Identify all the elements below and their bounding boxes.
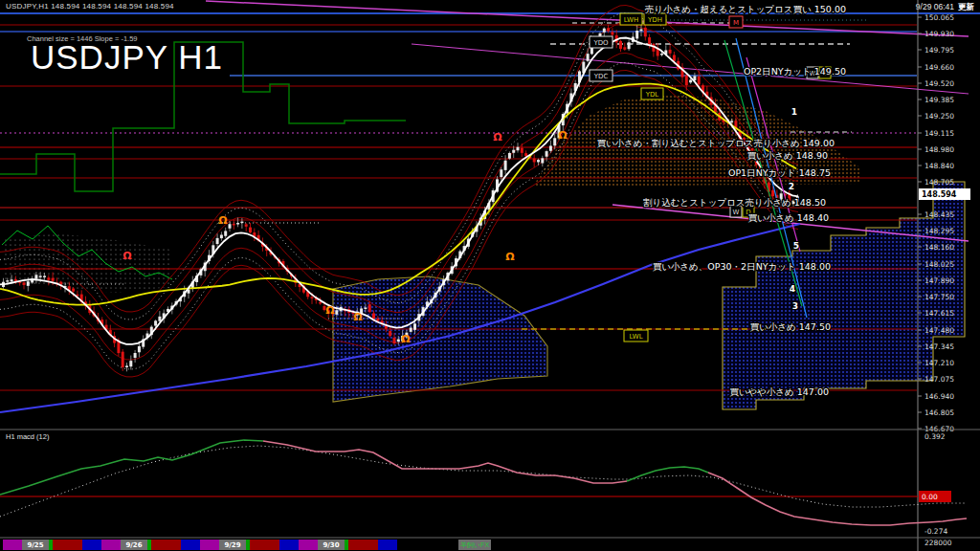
omega-marker: Ω [325,304,335,317]
axis-tick-label: 149.660 [924,63,954,72]
candle [500,169,502,177]
order-annotation: 買い小さめ 148.40 [748,212,829,223]
candle [72,289,75,292]
candle [640,30,643,32]
candle [685,76,688,86]
candle [533,158,536,162]
axis-tick-label: 146.940 [924,392,954,401]
axis-tick-label: 147.750 [924,293,954,301]
candle [524,153,527,156]
axis-tick-label: 148.295 [924,227,954,235]
candle [138,346,141,352]
axis-tick-label: 147.210 [924,359,954,367]
candle [372,314,375,320]
omega-marker: Ω [122,250,132,262]
marker-box-label: YDH [647,16,662,24]
candle [220,234,223,238]
candle [546,151,548,157]
candle [537,160,540,162]
candle [504,161,507,170]
omega-marker: Ω [558,129,568,142]
timeline-segment-red [250,540,279,550]
order-annotation: OP1日NYカット 148.75 [728,167,831,178]
timeline-segment-red [151,540,181,550]
macd-main-line [263,441,627,483]
marker-box-label: M [733,19,739,27]
axis-tick-label: 147.890 [924,276,954,285]
axis-tick-label: 148.705 [924,178,954,187]
candle [413,323,416,330]
candle [644,28,647,36]
candle [240,222,243,224]
axis-tick-label: 149.385 [924,96,954,104]
candle [43,276,46,277]
candle [52,278,55,281]
candle [134,353,137,358]
candle [771,190,774,196]
candle [47,277,50,280]
candle [508,153,511,159]
candle [689,80,692,83]
timeline-date-label: 9/25 [27,541,43,549]
axis-tick-label: 148.160 [924,243,954,252]
timeline-segment-green [246,540,250,550]
candle [23,282,26,285]
candle [549,145,552,150]
order-annotation: 割り込むとストップロス売り小さめ 148.50 [643,197,826,208]
candle [623,47,626,50]
timeline-segment-green [345,540,348,550]
candle [660,54,663,55]
candle [216,238,219,244]
axis-tick-label: 148.840 [924,162,954,170]
timeline-segment-blue [181,540,200,550]
order-annotation: 買い小さめ 147.50 [750,321,831,332]
candle [393,338,396,343]
axis-tick-label: 148.025 [924,260,954,269]
trendline-number: 4 [790,284,795,294]
axis-tick-label: 150.065 [924,13,954,22]
candle [129,361,132,366]
candle [122,352,124,367]
candle [587,54,590,61]
timeline-date-label: 9/26 [125,541,142,549]
candle [635,31,638,38]
candle [541,158,544,163]
candle [6,280,9,282]
order-annotation: 売り小さめ・超えるとストップロス買い 150.00 [645,4,846,14]
macd-axis-label: 0.392 [924,432,946,441]
candle [517,147,520,151]
timeline-date-label: 9/29 [224,541,240,549]
candle [249,228,252,232]
candle [611,32,613,34]
candle [648,37,651,45]
candle [521,148,523,153]
axis-tick-label: 149.930 [924,30,954,38]
candle [229,224,232,229]
candle [698,77,701,85]
timeline-segment-magenta [3,540,22,550]
order-annotation: 買い小さめ・割り込むとストップロス売り小さめ 149.00 [596,138,835,148]
candle [389,331,391,336]
timeline-date-label: 9/30 [323,541,339,549]
timeline-segment-red [53,540,82,550]
trendline-number: 3 [792,301,798,311]
candle [628,42,631,49]
order-annotation: 買いやや小さめ 147.00 [729,386,829,397]
candle [730,121,733,122]
candle [335,310,338,315]
price-chart-canvas[interactable]: ΩΩΩΩΩΩΩΩ 12543 LWHYDHYDOYDCYDLMWDWDLWL 売… [0,0,980,551]
timeline-segment-red [348,540,378,550]
axis-tick-label: 148.435 [924,210,954,219]
timeline-segment-magenta [200,540,219,550]
axis-tick-label: 149.250 [924,112,954,121]
marker-box-label: LWL [629,333,642,341]
candle [512,150,515,153]
macd-main-line [0,440,263,495]
macd-axis-label: -0.274 [924,527,947,536]
trendline-number: 2 [789,182,794,191]
axis-tick-label: 147.345 [924,342,954,351]
candle [410,328,412,332]
timeline-segment-blue [82,540,101,550]
trendline-number: 1 [791,107,797,117]
axis-tick-label: 149.795 [924,46,954,55]
